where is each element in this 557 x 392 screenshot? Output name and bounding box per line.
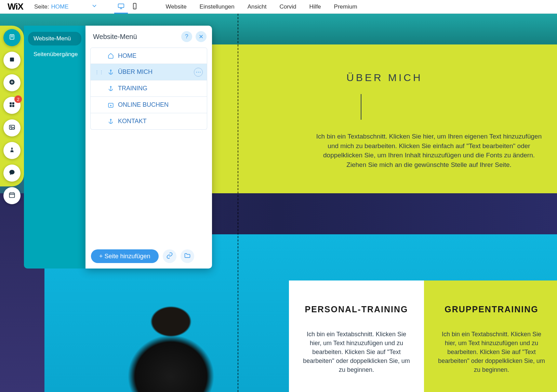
svg-point-15 (11, 127, 12, 128)
svg-rect-13 (12, 105, 14, 107)
vertical-guide-line (238, 14, 238, 392)
anchor-icon (108, 118, 114, 125)
top-menu-corvid[interactable]: Corvid (279, 3, 296, 10)
svg-rect-10 (10, 102, 12, 104)
media-tool-button[interactable] (3, 119, 21, 136)
tab-website-menu[interactable]: Website-Menü (28, 32, 81, 45)
drag-handle-icon[interactable]: ⋮⋮ (95, 69, 104, 75)
desktop-view-button[interactable] (114, 0, 128, 14)
svg-rect-16 (10, 193, 15, 197)
section-title-uber-mich[interactable]: ÜBER MICH (212, 72, 557, 83)
card-personal-training[interactable]: PERSONAL-TRAINING Ich bin ein Textabschn… (289, 280, 424, 392)
pen-icon (9, 146, 15, 155)
page-item-home[interactable]: ⋮⋮ HOME (90, 48, 207, 64)
page-selector[interactable]: Seite: HOME (31, 2, 104, 11)
page-item-label: ÜBER MICH (118, 68, 152, 76)
card-body: Ich bin ein Textabschnitt. Klicken Sie h… (438, 330, 545, 374)
home-icon (108, 52, 114, 59)
page-item-label: KONTAKT (118, 118, 147, 125)
top-menu-einstellungen[interactable]: Einstellungen (200, 3, 235, 10)
link-settings-button[interactable] (163, 249, 176, 263)
help-icon: ? (185, 33, 188, 40)
add-page-button[interactable]: + Seite hinzufügen (91, 249, 159, 263)
apps-icon (9, 101, 15, 109)
pages-icon (9, 34, 15, 42)
link-icon (166, 252, 173, 260)
page-item-label: HOME (118, 52, 136, 60)
page-selector-current: HOME (51, 3, 68, 10)
svg-rect-8 (10, 57, 14, 62)
page-list: ⋮⋮ HOME ⋮⋮ ÜBER MICH ⋯ ⋮⋮ TRAINING ⋮⋮ ON… (85, 48, 212, 244)
top-menu-hilfe[interactable]: Hilfe (309, 3, 321, 10)
tool-rail: 2 (0, 26, 24, 210)
bg-lime-block (212, 44, 557, 193)
svg-rect-11 (12, 102, 14, 104)
page-item-more-button[interactable]: ⋯ (194, 68, 203, 77)
anchor-icon (108, 85, 114, 92)
image-icon (9, 124, 15, 132)
svg-point-20 (110, 70, 111, 71)
pages-tool-button[interactable] (3, 29, 21, 46)
svg-point-27 (110, 119, 111, 120)
section-body-uber-mich[interactable]: Ich bin ein Textabschnitt. Klicken Sie h… (315, 132, 543, 169)
panel-title: Website-Menü (93, 33, 137, 41)
svg-rect-12 (10, 105, 12, 107)
card-title: PERSONAL-TRAINING (303, 304, 410, 314)
top-menu: Website Einstellungen Ansicht Corvid Hil… (165, 3, 357, 10)
top-bar: WiX Seite: HOME Website Einstellungen An… (0, 0, 557, 14)
add-tool-button[interactable] (3, 74, 21, 91)
square-icon (9, 56, 15, 64)
calendar-plus-icon (108, 102, 114, 108)
chat-icon (9, 169, 15, 177)
anchor-icon (108, 69, 114, 76)
svg-rect-0 (118, 4, 124, 8)
close-panel-button[interactable]: ✕ (196, 31, 207, 42)
blog-tool-button[interactable] (3, 142, 21, 159)
page-item-label: ONLINE BUCHEN (118, 101, 169, 108)
apps-tool-button[interactable]: 2 (3, 97, 21, 114)
folder-icon (184, 252, 191, 260)
card-title: GRUPPENTRAINING (438, 304, 545, 314)
notification-badge: 2 (14, 95, 22, 103)
panel-header: Website-Menü ? ✕ (85, 26, 212, 48)
bookings-tool-button[interactable] (3, 187, 21, 204)
page-item-online-buchen[interactable]: ⋮⋮ ONLINE BUCHEN (90, 97, 207, 113)
page-item-training[interactable]: ⋮⋮ TRAINING (90, 80, 207, 97)
title-separator (361, 94, 361, 120)
device-toggle-group (114, 0, 142, 14)
panel-footer: + Seite hinzufügen (85, 244, 212, 269)
ascend-tool-button[interactable] (3, 165, 21, 182)
card-body: Ich bin ein Textabschnitt. Klicken Sie h… (303, 330, 410, 374)
folder-button[interactable] (181, 249, 194, 263)
svg-point-22 (110, 86, 111, 87)
plus-circle-icon (9, 79, 15, 87)
chevron-down-icon[interactable] (91, 2, 98, 11)
page-item-kontakt[interactable]: ⋮⋮ KONTAKT (90, 113, 207, 130)
calendar-icon (9, 192, 15, 200)
page-selector-label: Seite: (34, 3, 49, 10)
ellipsis-icon: ⋯ (196, 69, 201, 75)
top-menu-premium[interactable]: Premium (334, 3, 357, 10)
top-menu-website[interactable]: Website (165, 3, 186, 10)
help-button[interactable]: ? (181, 31, 192, 42)
pages-panel: Website-Menü ? ✕ ⋮⋮ HOME ⋮⋮ ÜBER MICH ⋯ … (85, 26, 212, 269)
page-item-label: TRAINING (118, 85, 147, 92)
mobile-view-button[interactable] (128, 0, 142, 14)
pages-panel-tabs: Website-Menü Seitenübergänge (24, 26, 85, 269)
tab-page-transitions[interactable]: Seitenübergänge (28, 48, 81, 61)
top-menu-ansicht[interactable]: Ansicht (248, 3, 267, 10)
background-tool-button[interactable] (3, 52, 21, 69)
wix-logo[interactable]: WiX (0, 1, 31, 12)
card-gruppentraining[interactable]: GRUPPENTRAINING Ich bin ein Textabschnit… (424, 280, 557, 392)
close-icon: ✕ (199, 33, 203, 40)
page-item-uber-mich[interactable]: ⋮⋮ ÜBER MICH ⋯ (90, 64, 207, 80)
